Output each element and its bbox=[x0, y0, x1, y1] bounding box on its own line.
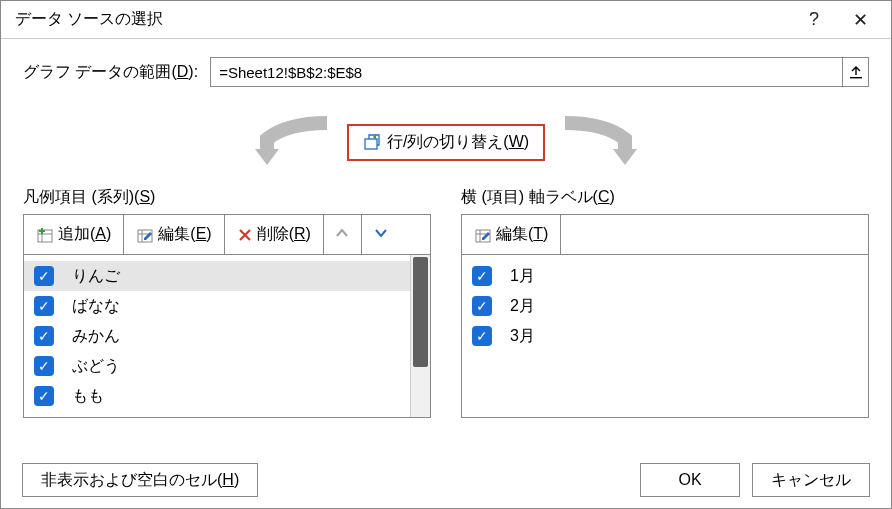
checkbox[interactable]: ✓ bbox=[34, 386, 54, 406]
chart-range-label: グラフ データの範囲(D): bbox=[23, 62, 198, 83]
list-item[interactable]: ✓3月 bbox=[462, 321, 868, 351]
move-up-button[interactable] bbox=[324, 215, 362, 254]
checkbox[interactable]: ✓ bbox=[472, 296, 492, 316]
axis-section-label: 横 (項目) 軸ラベル(C) bbox=[461, 187, 869, 208]
remove-series-button[interactable]: 削除(R) bbox=[225, 215, 324, 254]
list-item[interactable]: ✓もも bbox=[24, 381, 430, 411]
list-item-label: ばなな bbox=[72, 296, 120, 317]
dialog-title: データ ソースの選択 bbox=[15, 9, 791, 30]
list-item-label: 2月 bbox=[510, 296, 535, 317]
list-item[interactable]: ✓2月 bbox=[462, 291, 868, 321]
checkbox[interactable]: ✓ bbox=[472, 266, 492, 286]
titlebar: データ ソースの選択 ? ✕ bbox=[1, 1, 891, 39]
list-item[interactable]: ✓ぶどう bbox=[24, 351, 430, 381]
legend-section: 凡例項目 (系列)(S) 追加(A) 編集(E) 削除(R) bbox=[23, 187, 431, 418]
collapse-dialog-button[interactable] bbox=[842, 58, 868, 86]
add-series-button[interactable]: 追加(A) bbox=[24, 215, 124, 254]
list-item-label: 1月 bbox=[510, 266, 535, 287]
list-item-label: 3月 bbox=[510, 326, 535, 347]
chart-range-row: グラフ データの範囲(D): bbox=[23, 57, 869, 87]
switch-icon bbox=[363, 133, 381, 151]
checkbox[interactable]: ✓ bbox=[472, 326, 492, 346]
cancel-button[interactable]: キャンセル bbox=[752, 463, 870, 497]
edit-series-button[interactable]: 編集(E) bbox=[124, 215, 224, 254]
svg-rect-1 bbox=[365, 139, 377, 149]
legend-listbox[interactable]: ✓りんご ✓ばなな ✓みかん ✓ぶどう ✓もも bbox=[23, 254, 431, 418]
arrow-right-icon bbox=[545, 115, 665, 169]
close-button[interactable]: ✕ bbox=[837, 2, 883, 38]
move-down-button[interactable] bbox=[362, 215, 400, 254]
edit-icon bbox=[136, 226, 154, 244]
legend-section-label: 凡例項目 (系列)(S) bbox=[23, 187, 431, 208]
list-item[interactable]: ✓1月 bbox=[462, 261, 868, 291]
scroll-thumb[interactable] bbox=[413, 257, 428, 367]
axis-section: 横 (項目) 軸ラベル(C) 編集(T) ✓1月 ✓2月 ✓3月 bbox=[461, 187, 869, 418]
checkbox[interactable]: ✓ bbox=[34, 356, 54, 376]
edit-icon bbox=[474, 226, 492, 244]
add-icon bbox=[36, 226, 54, 244]
svg-rect-0 bbox=[850, 77, 862, 78]
switch-row-column-button[interactable]: 行/列の切り替え(W) bbox=[347, 124, 545, 161]
chevron-down-icon bbox=[373, 226, 389, 244]
remove-icon bbox=[237, 227, 253, 243]
dialog-footer: 非表示および空白のセル(H) OK キャンセル bbox=[0, 451, 892, 509]
list-item-label: もも bbox=[72, 386, 104, 407]
axis-toolbar: 編集(T) bbox=[461, 214, 869, 254]
checkbox[interactable]: ✓ bbox=[34, 296, 54, 316]
legend-toolbar: 追加(A) 編集(E) 削除(R) bbox=[23, 214, 431, 254]
ok-button[interactable]: OK bbox=[640, 463, 740, 497]
collapse-icon bbox=[849, 65, 863, 79]
checkbox[interactable]: ✓ bbox=[34, 326, 54, 346]
list-item-label: ぶどう bbox=[72, 356, 120, 377]
axis-listbox[interactable]: ✓1月 ✓2月 ✓3月 bbox=[461, 254, 869, 418]
scrollbar[interactable] bbox=[410, 255, 430, 417]
switch-row-column-row: 行/列の切り替え(W) bbox=[23, 115, 869, 169]
checkbox[interactable]: ✓ bbox=[34, 266, 54, 286]
edit-axis-button[interactable]: 編集(T) bbox=[462, 215, 561, 254]
chart-range-input[interactable] bbox=[211, 58, 842, 86]
list-item[interactable]: ✓みかん bbox=[24, 321, 430, 351]
list-item[interactable]: ✓ばなな bbox=[24, 291, 430, 321]
list-item-label: りんご bbox=[72, 266, 120, 287]
chevron-up-icon bbox=[334, 226, 350, 244]
arrow-left-icon bbox=[227, 115, 347, 169]
list-item-label: みかん bbox=[72, 326, 120, 347]
hidden-blank-cells-button[interactable]: 非表示および空白のセル(H) bbox=[22, 463, 258, 497]
list-item[interactable]: ✓りんご bbox=[24, 261, 430, 291]
help-button[interactable]: ? bbox=[791, 2, 837, 38]
